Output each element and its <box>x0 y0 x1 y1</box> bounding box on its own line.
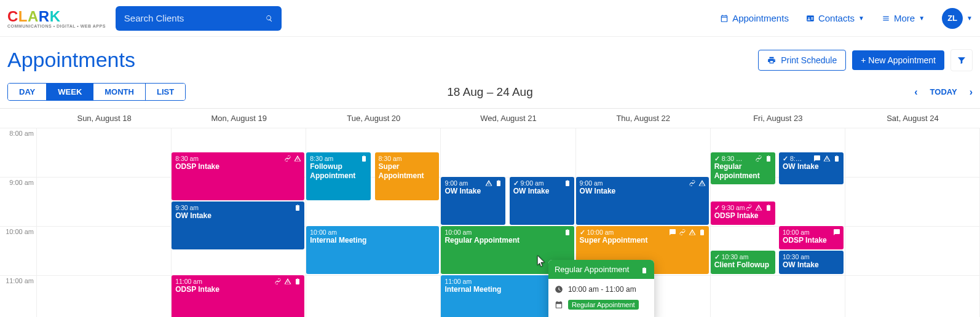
calendar-event[interactable]: 9:00 amOW Intake <box>576 177 709 225</box>
calendar-body: 8:00 am 9:00 am 10:00 am 11:00 am 8:30 a… <box>0 128 980 317</box>
view-day[interactable]: DAY <box>8 84 47 100</box>
day-col-mon[interactable]: 8:30 amODSP Intake9:30 amOW Intake11:00 … <box>172 128 306 317</box>
day-header: Tue, August 20 <box>306 109 441 128</box>
clipboard-icon <box>641 265 648 274</box>
next-week-button[interactable]: › <box>970 87 973 98</box>
day-header: Wed, August 21 <box>441 109 575 128</box>
calendar-event[interactable]: 8:30 amFollowup Appointment <box>306 152 371 200</box>
print-schedule-button[interactable]: Print Schedule <box>758 50 846 71</box>
chevron-down-icon: ▼ <box>858 15 864 22</box>
search-icon[interactable] <box>266 13 273 24</box>
calendar-event[interactable]: 9:00 amOW Intake <box>510 177 574 225</box>
tooltip-header: Regular Appointment <box>548 260 654 279</box>
day-header: Mon, August 19 <box>172 109 306 128</box>
prev-week-button[interactable]: ‹ <box>914 87 917 98</box>
calendar-icon <box>720 14 729 23</box>
top-nav: Appointments Contacts ▼ More ▼ ZL ▼ <box>720 8 973 29</box>
day-col-tue[interactable]: 8:30 amFollowup Appointment8:30 amSuper … <box>306 128 441 317</box>
calendar-event[interactable]: 9:00 amOW Intake <box>441 177 505 225</box>
topbar: CLARK COMMUNICATIONS • DIGITAL • WEB APP… <box>0 0 980 37</box>
id-card-icon <box>806 14 815 23</box>
date-range: 18 Aug – 24 Aug <box>447 85 532 99</box>
day-header: Sun, August 18 <box>37 109 172 128</box>
view-month[interactable]: MONTH <box>93 84 146 100</box>
calendar-event[interactable]: 8:30 amODSP Intake <box>172 152 304 200</box>
logo[interactable]: CLARK COMMUNICATIONS • DIGITAL • WEB APP… <box>7 8 106 28</box>
view-segment: DAY WEEK MONTH LIST <box>7 83 186 101</box>
view-week[interactable]: WEEK <box>47 84 93 100</box>
nav-contacts[interactable]: Contacts ▼ <box>806 13 864 23</box>
tooltip-tag-row: Regular Appointment <box>555 300 648 310</box>
day-headers: Sun, August 18 Mon, August 19 Tue, Augus… <box>0 109 980 128</box>
view-list[interactable]: LIST <box>146 84 185 100</box>
printer-icon <box>767 56 776 65</box>
day-header: Sat, August 24 <box>845 109 980 128</box>
page-title: Appointments <box>7 48 135 72</box>
calendar-event[interactable]: 9:30 amOW Intake <box>172 202 304 249</box>
chevron-down-icon: ▼ <box>966 15 973 22</box>
calendar-event[interactable]: 8:…OW Intake <box>779 152 844 184</box>
today-button[interactable]: TODAY <box>930 87 957 96</box>
filter-icon <box>957 55 966 65</box>
nav-appointments[interactable]: Appointments <box>720 13 789 23</box>
event-tooltip: Regular Appointment 10:00 am - 11:00 am … <box>548 260 654 317</box>
chevron-down-icon: ▼ <box>919 15 925 22</box>
calendar: Sun, August 18 Mon, August 19 Tue, Augus… <box>0 108 980 317</box>
avatar: ZL <box>942 8 963 29</box>
day-header: Fri, August 23 <box>711 109 845 128</box>
search-box[interactable] <box>116 6 282 31</box>
calendar-icon <box>555 300 563 309</box>
calendar-event[interactable]: 9:30 amODSP Intake <box>711 202 775 225</box>
user-menu[interactable]: ZL ▼ <box>942 8 973 29</box>
filter-button[interactable] <box>950 49 973 71</box>
calendar-event[interactable]: 10:30 amClient Followup <box>711 251 775 274</box>
calendar-event[interactable]: 10:00 amODSP Intake <box>779 226 844 249</box>
day-col-fri[interactable]: 8:30 …Regular Appointment8:…OW Intake9:3… <box>711 128 845 317</box>
search-input[interactable] <box>124 13 266 23</box>
day-col-sun[interactable] <box>37 128 172 317</box>
clock-icon <box>555 285 563 294</box>
calendar-event[interactable]: 10:00 amInternal Meeting <box>306 226 439 274</box>
new-appointment-button[interactable]: + New Appointment <box>852 50 944 70</box>
day-col-wed[interactable]: 9:00 amOW Intake9:00 amOW Intake10:00 am… <box>441 128 575 317</box>
calendar-event[interactable]: 8:30 amSuper Appointment <box>375 152 440 200</box>
list-icon <box>882 14 890 23</box>
nav-more[interactable]: More ▼ <box>882 13 925 23</box>
tooltip-time-row: 10:00 am - 11:00 am <box>555 285 648 294</box>
calendar-event[interactable]: 11:00 amODSP Intake <box>172 275 304 317</box>
day-header: Thu, August 22 <box>576 109 711 128</box>
calendar-event[interactable]: 10:30 amOW Intake <box>779 251 844 274</box>
view-controls: DAY WEEK MONTH LIST 18 Aug – 24 Aug ‹ TO… <box>0 77 980 102</box>
calendar-event[interactable]: 8:30 …Regular Appointment <box>711 152 775 184</box>
logo-subtitle: COMMUNICATIONS • DIGITAL • WEB APPS <box>7 24 106 28</box>
page-header: Appointments Print Schedule + New Appoin… <box>0 37 980 77</box>
time-column: 8:00 am 9:00 am 10:00 am 11:00 am <box>0 128 37 317</box>
day-col-sat[interactable] <box>845 128 980 317</box>
